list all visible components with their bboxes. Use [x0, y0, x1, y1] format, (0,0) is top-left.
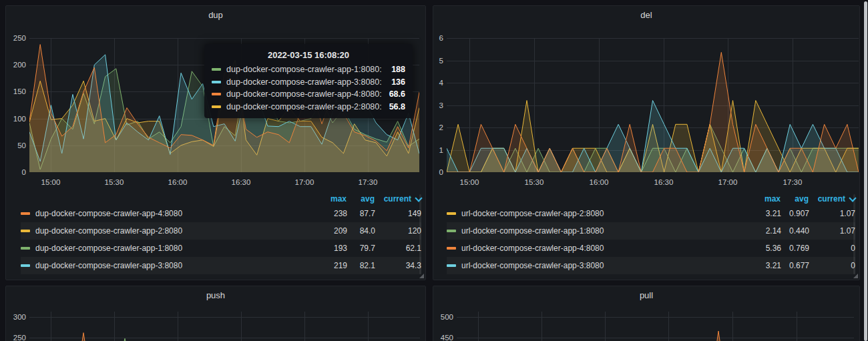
x-axis-label: 16:00: [584, 178, 614, 187]
legend-value-avg: 0.440: [781, 226, 809, 236]
series-name[interactable]: dup-docker-compose-crawler-app-3:8080: [35, 261, 308, 270]
series-swatch-icon[interactable]: [447, 212, 456, 215]
y-axis-label: 450: [433, 333, 453, 341]
legend-value-max: 219: [308, 261, 347, 270]
legend-value-avg: 79.7: [347, 244, 375, 253]
legend-dup: maxavgcurrentdup-docker-compose-crawler-…: [6, 193, 421, 274]
panel-resize-handle[interactable]: [419, 274, 424, 278]
series-swatch-icon[interactable]: [447, 247, 456, 250]
chart-dup[interactable]: [29, 38, 419, 172]
x-axis-label: 15:00: [454, 178, 485, 187]
series-swatch-icon[interactable]: [21, 212, 30, 215]
y-axis-label: 0: [433, 167, 443, 177]
series-name[interactable]: url-docker-compose-crawler-app-3:8080: [461, 261, 742, 270]
chart-push[interactable]: [6, 286, 425, 341]
legend-value-current: 0: [809, 261, 855, 270]
y-axis-label: 100: [6, 114, 26, 123]
legend-sort-avg[interactable]: avg: [781, 194, 809, 204]
y-axis-label: 50: [6, 141, 26, 150]
legend-row: url-docker-compose-crawler-app-3:80803.2…: [447, 257, 855, 274]
y-axis-label: 150: [6, 87, 26, 96]
panel-title-dup[interactable]: dup: [6, 6, 425, 25]
x-axis-label: 17:30: [777, 178, 808, 187]
legend-row: dup-docker-compose-crawler-app-4:8080238…: [21, 205, 421, 222]
legend-value-max: 3.21: [742, 209, 781, 218]
legend-value-avg: 0.907: [781, 209, 809, 218]
legend-scrollbar[interactable]: [853, 194, 855, 274]
legend-sort-current[interactable]: current: [375, 194, 411, 204]
x-axis-label: 15:00: [35, 178, 66, 187]
y-axis-label: 1: [433, 145, 443, 155]
x-axis-label: 17:00: [712, 178, 743, 187]
series-name[interactable]: url-docker-compose-crawler-app-4:8080: [461, 244, 742, 253]
legend-value-avg: 82.1: [347, 261, 375, 270]
x-axis-label: 15:30: [519, 178, 550, 187]
panel-title-del[interactable]: del: [433, 6, 859, 25]
y-axis-label: 3: [433, 101, 443, 110]
y-axis-label: 200: [6, 60, 26, 69]
legend-row: dup-docker-compose-crawler-app-3:8080219…: [21, 257, 421, 274]
legend-value-avg: 84.0: [347, 226, 375, 236]
x-axis-label: 16:00: [162, 178, 193, 187]
legend-value-max: 238: [308, 209, 347, 218]
series-spike-orange: [716, 331, 721, 341]
series-name[interactable]: dup-docker-compose-crawler-app-4:8080: [35, 209, 308, 218]
legend-sort-current[interactable]: current: [809, 194, 845, 204]
x-axis-label: 17:00: [289, 178, 320, 187]
y-axis-label: 250: [6, 333, 26, 341]
legend-value-avg: 0.677: [781, 261, 809, 270]
legend-value-current: 1.07: [809, 226, 855, 236]
legend-value-current: 120: [375, 226, 421, 236]
legend-value-avg: 0.769: [781, 244, 809, 253]
panel-resize-handle[interactable]: [853, 274, 858, 278]
series-name[interactable]: url-docker-compose-crawler-app-2:8080: [461, 209, 742, 218]
legend-scrollbar[interactable]: [419, 194, 421, 274]
series-swatch-icon[interactable]: [447, 230, 456, 232]
x-axis-label: 16:30: [226, 178, 256, 187]
legend-sort-avg[interactable]: avg: [347, 194, 375, 204]
series-swatch-icon[interactable]: [21, 264, 30, 267]
legend-value-max: 209: [308, 226, 347, 236]
chart-del[interactable]: [447, 38, 859, 172]
legend-value-avg: 87.7: [347, 209, 375, 218]
legend-value-max: 5.36: [742, 244, 781, 253]
legend-value-current: 1.07: [809, 209, 855, 218]
series-swatch-icon[interactable]: [447, 264, 456, 267]
legend-header-row: maxavgcurrent: [21, 193, 421, 205]
x-axis-label: 16:30: [648, 178, 679, 187]
legend-value-current: 34.3: [375, 261, 421, 270]
legend-row: url-docker-compose-crawler-app-2:80803.2…: [447, 205, 855, 222]
legend-sort-max[interactable]: max: [308, 194, 347, 204]
legend-value-max: 193: [308, 244, 347, 253]
y-axis-label: 4: [433, 78, 443, 87]
series-name[interactable]: url-docker-compose-crawler-app-1:8080: [461, 226, 742, 236]
y-axis-label: 250: [6, 33, 26, 43]
legend-row: dup-docker-compose-crawler-app-2:8080209…: [21, 222, 421, 240]
legend-value-current: 0: [809, 244, 855, 253]
series-name[interactable]: dup-docker-compose-crawler-app-2:8080: [35, 226, 308, 236]
y-axis-label: 500: [433, 312, 453, 322]
series-name[interactable]: dup-docker-compose-crawler-app-1:8080: [35, 244, 308, 253]
y-axis-label: 6: [433, 33, 443, 43]
legend-value-current: 149: [375, 209, 421, 218]
series-spike-orange: [81, 333, 86, 341]
scrollbar-thumb[interactable]: [864, 1, 867, 341]
y-axis-label: 300: [6, 312, 26, 322]
series-swatch-icon[interactable]: [21, 247, 30, 250]
y-axis-label: 5: [433, 56, 443, 65]
legend-row: url-docker-compose-crawler-app-1:80802.1…: [447, 222, 855, 240]
x-axis-label: 15:30: [99, 178, 130, 187]
panel-pull: pull 500450: [433, 286, 860, 341]
panel-dup: dup 05010015020025015:0015:3016:0016:301…: [5, 5, 426, 280]
legend-value-max: 2.14: [742, 226, 781, 236]
y-axis-label: 0: [6, 167, 26, 177]
legend-row: url-docker-compose-crawler-app-4:80805.3…: [447, 240, 855, 257]
series-swatch-icon[interactable]: [21, 230, 30, 232]
legend-del: maxavgcurrenturl-docker-compose-crawler-…: [433, 193, 855, 274]
legend-sort-max[interactable]: max: [742, 194, 781, 204]
x-axis-label: 17:30: [353, 178, 383, 187]
chart-pull[interactable]: [433, 286, 859, 341]
legend-value-current: 62.1: [375, 244, 421, 253]
series-spike-green: [122, 338, 128, 341]
legend-row: dup-docker-compose-crawler-app-1:8080193…: [21, 240, 421, 257]
